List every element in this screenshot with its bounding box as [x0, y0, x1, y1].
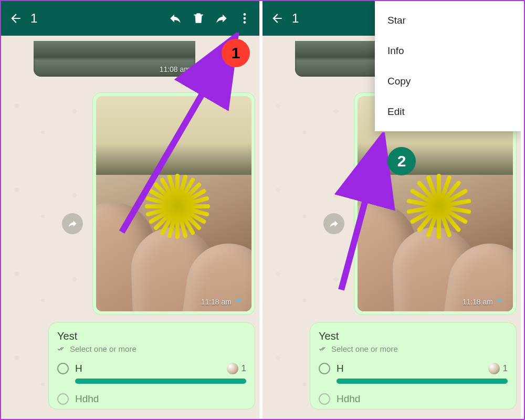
delete-icon[interactable] — [187, 7, 210, 30]
selection-toolbar: 1 — [1, 1, 259, 36]
flower-graphic — [146, 175, 209, 238]
poll-option-label: Hdhd — [75, 393, 246, 405]
poll-option[interactable]: Hdhd — [319, 393, 508, 405]
poll-option-label: H — [337, 363, 482, 374]
poll-progress-bar — [75, 379, 246, 384]
forward-icon[interactable] — [210, 7, 233, 30]
poll-subtitle: Select one or more — [57, 344, 246, 353]
poll-radio[interactable] — [319, 393, 330, 405]
voter-avatar — [227, 363, 238, 374]
svg-point-1 — [244, 17, 246, 20]
poll-option[interactable]: H 1 — [57, 363, 246, 384]
flower-graphic — [407, 175, 470, 238]
selection-count: 1 — [292, 11, 299, 26]
overflow-menu: Star Info Copy Edit — [375, 1, 521, 131]
reply-icon[interactable] — [164, 7, 187, 30]
poll-bubble[interactable]: Yest Select one or more H 1 — [310, 322, 517, 410]
menu-item-edit[interactable]: Edit — [375, 97, 521, 127]
message-timestamp: 11:18 am — [463, 298, 493, 306]
poll-option[interactable]: H 1 — [319, 363, 508, 384]
poll-vote-count: 1 — [242, 363, 246, 374]
poll-subtitle: Select one or more — [319, 344, 508, 353]
voter-avatar — [488, 363, 500, 374]
message-meta: 11:18 am — [201, 297, 244, 306]
poll-option-label: H — [75, 363, 220, 374]
screenshot-left: 1 11:08 am — [1, 1, 262, 419]
poll-title: Yest — [319, 330, 508, 342]
poll-ticks-icon — [319, 345, 328, 353]
poll-bubble[interactable]: Yest Select one or more H 1 — [48, 322, 255, 410]
poll-option-label: Hdhd — [337, 393, 508, 405]
poll-option[interactable]: Hdhd — [57, 393, 246, 405]
poll-option-meta: 1 — [488, 363, 508, 374]
back-icon[interactable] — [4, 7, 27, 30]
message-image-flower[interactable]: 11:18 am — [96, 96, 251, 311]
message-timestamp: 11:18 am — [201, 298, 232, 306]
selection-count: 1 — [30, 11, 37, 26]
menu-item-copy[interactable]: Copy — [375, 66, 521, 97]
poll-subtitle-text: Select one or more — [70, 344, 136, 353]
poll-ticks-icon — [57, 345, 67, 353]
forward-chip-icon[interactable] — [323, 213, 344, 234]
poll-vote-count: 1 — [503, 363, 508, 374]
read-ticks-icon — [235, 297, 244, 306]
poll-radio[interactable] — [319, 363, 330, 374]
poll-radio[interactable] — [57, 393, 69, 405]
menu-item-star[interactable]: Star — [375, 5, 521, 36]
menu-item-info[interactable]: Info — [375, 36, 521, 66]
poll-title: Yest — [57, 330, 246, 342]
selected-message-bubble[interactable]: 11:18 am — [92, 92, 255, 315]
annotation-badge-2: 2 — [387, 147, 416, 175]
message-meta: 11:18 am — [463, 297, 506, 306]
message-timestamp: 11:08 am — [160, 65, 190, 74]
message-image-prev[interactable]: 11:08 am — [34, 41, 195, 77]
more-options-icon[interactable] — [233, 7, 256, 30]
forward-chip-icon[interactable] — [62, 213, 83, 234]
svg-point-0 — [244, 13, 246, 16]
poll-option-meta: 1 — [227, 363, 246, 374]
screenshot-right: 1 11:08 am — [262, 1, 524, 419]
svg-point-2 — [244, 21, 246, 24]
annotation-badge-1: 1 — [222, 39, 250, 67]
back-icon[interactable] — [266, 7, 289, 30]
poll-subtitle-text: Select one or more — [331, 344, 398, 353]
poll-progress-bar — [337, 379, 508, 384]
poll-radio[interactable] — [57, 363, 69, 374]
chat-area: 11:08 am — [1, 36, 259, 410]
read-ticks-icon — [496, 297, 506, 306]
